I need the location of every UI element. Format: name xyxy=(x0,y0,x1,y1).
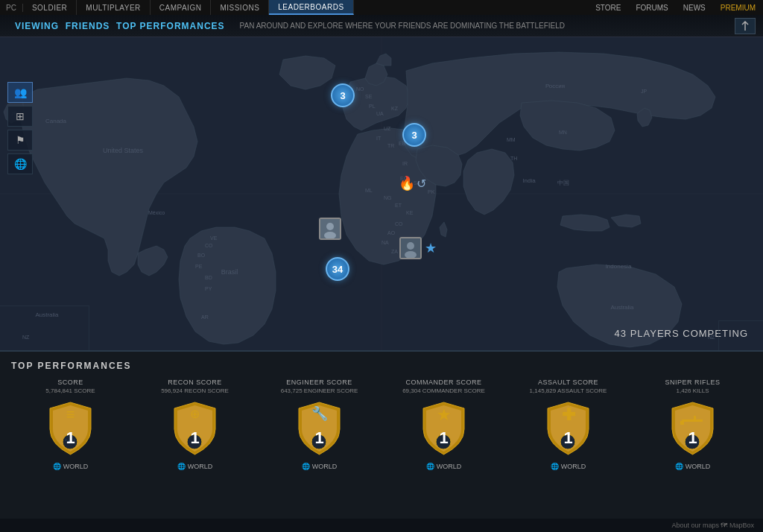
svg-text:KZ: KZ xyxy=(391,106,399,111)
nav-tab-soldier[interactable]: SOLDIER xyxy=(23,0,77,15)
sidebar-globe-icon[interactable]: 🌐 xyxy=(7,153,33,174)
svg-text:AR: AR xyxy=(201,314,209,320)
lb-commander-value: 69,304 COMMANDER SCORE xyxy=(402,387,485,394)
svg-text:UA: UA xyxy=(376,111,384,116)
svg-point-50 xyxy=(326,223,334,230)
nav-tab-campaign[interactable]: CAMPAIGN xyxy=(151,0,212,15)
cluster-marker-1[interactable]: 3 xyxy=(331,83,355,107)
nav-tab-missions[interactable]: MISSIONS xyxy=(211,0,269,15)
world-globe-icon-commander: 🌐 xyxy=(426,463,434,470)
nav-pc-label: PC xyxy=(0,4,23,12)
lb-score-label: SCORE xyxy=(57,379,83,386)
lb-recon-value: 596,924 RECON SCORE xyxy=(161,387,229,394)
svg-text:Россия: Россия xyxy=(545,83,565,89)
world-label-engineer: WORLD xyxy=(312,463,338,470)
badge-rank-engineer: 1 xyxy=(314,428,323,448)
svg-rect-66 xyxy=(694,416,696,420)
score-icon: ≡ xyxy=(66,407,75,422)
engineer-icon: 🔧 xyxy=(311,405,328,422)
nav-tab-multiplayer[interactable]: MULTIPLAYER xyxy=(77,0,150,15)
lb-world-engineer[interactable]: 🌐 WORLD xyxy=(302,463,338,470)
map-pin-button[interactable] xyxy=(735,18,756,34)
badge-shield-score: ≡ 1 xyxy=(46,401,95,457)
badge-rank-assault: 1 xyxy=(563,428,572,448)
svg-text:ET: ET xyxy=(395,203,402,208)
svg-text:TH: TH xyxy=(510,156,517,161)
world-globe-icon-recon: 🌐 xyxy=(177,463,186,470)
badge-rank-sniper: 1 xyxy=(688,428,697,448)
nav-tab-leaderboards[interactable]: LEADERBOARDS xyxy=(269,0,353,15)
bottom-section: TOP PERFORMANCES SCORE 5,784,841 SCORE ≡ xyxy=(0,350,763,532)
svg-text:PK: PK xyxy=(428,189,435,194)
cluster-marker-2[interactable]: 3 xyxy=(402,123,426,147)
map-grid-decoration-br xyxy=(718,320,763,350)
svg-text:Australia: Australia xyxy=(610,304,634,311)
blue-star-icon: ★ xyxy=(425,240,437,256)
cluster-marker-brazil[interactable]: 34 xyxy=(326,257,349,281)
badge-shield-engineer: 🔧 1 xyxy=(295,401,343,457)
lb-commander-badge: ★ 1 xyxy=(418,399,470,458)
flame-icon: 🔥 xyxy=(399,175,415,191)
map-area[interactable]: United States Canada México Brasil India… xyxy=(0,37,763,350)
sidebar-people-icon[interactable]: 👥 xyxy=(7,82,33,103)
top-nav: PC SOLDIER MULTIPLAYER CAMPAIGN MISSIONS… xyxy=(0,0,763,15)
subtitle-label: TOP PERFORMANCES xyxy=(116,21,225,31)
nav-premium[interactable]: PREMIUM xyxy=(713,4,763,12)
viewing-label: VIEWING xyxy=(15,21,59,31)
sidebar-grid-icon[interactable]: ⊞ xyxy=(7,106,33,127)
svg-text:KE: KE xyxy=(406,210,414,215)
lb-world-sniper[interactable]: 🌐 WORLD xyxy=(675,463,711,470)
nav-news[interactable]: NEWS xyxy=(676,4,713,12)
svg-text:PY: PY xyxy=(205,286,212,291)
world-label-score: WORLD xyxy=(63,463,89,470)
star-avatar-marker[interactable]: ★ xyxy=(399,237,437,259)
top-performances-title: TOP PERFORMANCES xyxy=(11,361,752,371)
assault-icon: ✚ xyxy=(562,405,575,425)
svg-text:CO: CO xyxy=(205,243,213,248)
svg-rect-67 xyxy=(680,421,684,425)
friends-label: FRIENDS xyxy=(66,21,110,31)
svg-text:CO: CO xyxy=(395,221,403,227)
lb-assault-label: ASSAULT SCORE xyxy=(538,379,598,386)
leaderboard-grid: SCORE 5,784,841 SCORE ≡ 1 � xyxy=(11,379,752,470)
svg-point-53 xyxy=(407,242,414,250)
svg-text:Brasil: Brasil xyxy=(221,268,238,276)
svg-rect-65 xyxy=(682,419,703,422)
svg-text:NA: NA xyxy=(382,240,389,245)
header-bar: VIEWING FRIENDS TOP PERFORMANCES PAN ARO… xyxy=(0,15,763,37)
commander-icon: ★ xyxy=(437,405,452,425)
lb-card-commander: COMMANDER SCORE 69,304 COMMANDER SCORE ★… xyxy=(384,379,503,470)
world-label-sniper: WORLD xyxy=(686,463,711,470)
world-label-assault: WORLD xyxy=(561,463,586,470)
badge-shield-commander: ★ 1 xyxy=(420,401,468,457)
svg-text:BO: BO xyxy=(197,253,206,258)
lb-engineer-label: ENGINEER SCORE xyxy=(286,379,352,386)
lb-world-assault[interactable]: 🌐 WORLD xyxy=(551,463,586,470)
lb-world-recon[interactable]: 🌐 WORLD xyxy=(177,463,213,470)
avatar-marker[interactable] xyxy=(319,218,341,240)
nav-store[interactable]: STORE xyxy=(588,4,628,12)
svg-text:PE: PE xyxy=(195,264,203,269)
svg-text:PL: PL xyxy=(369,104,376,109)
header-title: VIEWING FRIENDS TOP PERFORMANCES xyxy=(0,21,225,31)
world-globe-icon-sniper: 🌐 xyxy=(675,463,683,470)
svg-text:ZA: ZA xyxy=(391,249,398,254)
lb-score-badge: ≡ 1 xyxy=(45,399,97,458)
lb-world-score[interactable]: 🌐 WORLD xyxy=(53,463,89,470)
svg-text:India: India xyxy=(522,177,536,184)
left-sidebar: 👥 ⊞ ⚑ 🌐 xyxy=(7,82,33,174)
svg-text:TR: TR xyxy=(387,143,394,148)
pin-icon xyxy=(740,21,750,31)
svg-text:UZ: UZ xyxy=(384,126,391,131)
lb-recon-badge: ⊕ 1 xyxy=(169,399,221,458)
nav-forums[interactable]: FORUMS xyxy=(628,4,675,12)
refresh-icon: ↺ xyxy=(417,177,426,191)
svg-text:NO: NO xyxy=(356,86,364,92)
svg-text:United States: United States xyxy=(103,147,144,154)
player-icon-marker[interactable]: 🔥 ↺ xyxy=(399,175,426,191)
footer: About our maps 🗺 MapBox xyxy=(0,519,763,532)
svg-text:Indonesia: Indonesia xyxy=(606,263,632,270)
map-grid-decoration-bl xyxy=(0,305,89,350)
lb-world-commander[interactable]: 🌐 WORLD xyxy=(426,463,462,470)
sidebar-flag-icon[interactable]: ⚑ xyxy=(7,130,33,151)
